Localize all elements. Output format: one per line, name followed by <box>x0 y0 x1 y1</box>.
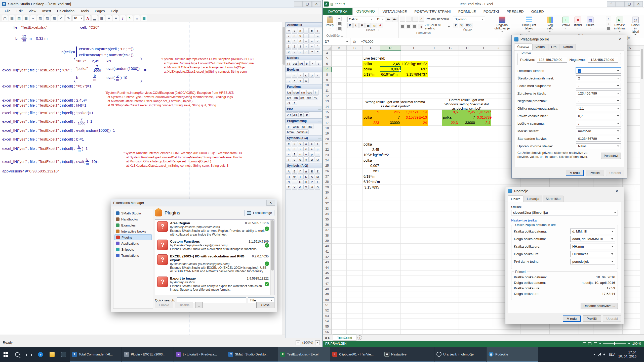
indent-icon[interactable]: ⇥ <box>418 24 423 29</box>
palette-header[interactable]: Functions— <box>286 84 322 89</box>
minimize-button[interactable]: — <box>616 1 625 7</box>
palette-button[interactable]: Ρ <box>309 179 314 184</box>
palette-button[interactable]: φ <box>298 157 303 162</box>
row-header-27[interactable]: 27 <box>323 174 332 179</box>
palette-button[interactable]: := <box>309 49 314 54</box>
math-expression[interactable]: b:=1238 m = 0,32 m <box>15 34 48 42</box>
nav-examples[interactable]: Examples <box>114 222 152 228</box>
format-dialog-titlebar[interactable]: Prilagajanje oblike ✕ <box>512 35 627 43</box>
palette-button[interactable]: break <box>286 129 295 134</box>
format-as-table-button[interactable]: Oblikuj kot tabelo <box>517 16 541 33</box>
palette-button[interactable]: 3 <box>298 44 303 49</box>
align-bottom-icon[interactable] <box>412 17 418 22</box>
grid-button[interactable]: ▦ <box>141 15 147 21</box>
tab-ogled[interactable]: OGLED <box>528 8 548 15</box>
disable-button[interactable]: Disable <box>175 302 193 308</box>
close-button[interactable]: ✕ <box>634 1 643 7</box>
palette-button[interactable]: ≠ <box>315 73 320 78</box>
column-header-T[interactable]: T <box>637 46 640 51</box>
palette-button[interactable]: Κ <box>303 174 309 179</box>
palette-button[interactable]: ≤ <box>303 73 309 78</box>
palette-button[interactable]: π <box>303 152 309 157</box>
open-button[interactable]: ▤ <box>9 15 15 21</box>
align-left-icon[interactable] <box>400 24 405 29</box>
row-header-14[interactable]: 14 <box>323 104 332 109</box>
row-header-39[interactable]: 39 <box>323 238 332 244</box>
palette-button[interactable]: Χ <box>303 185 309 190</box>
cell-G15[interactable]: 0,5 <box>442 110 459 115</box>
palette-button[interactable]: Μ <box>315 174 320 179</box>
row-header-40[interactable]: 40 <box>323 244 332 249</box>
cell-D6[interactable]: 2,45 <box>380 61 401 67</box>
palette-button[interactable]: for <box>301 124 306 129</box>
palette-button[interactable]: ο <box>298 152 303 157</box>
palette-header[interactable]: Symbols (Α-Ω)— <box>286 163 322 168</box>
taskbar-clipboard01-irfanvie[interactable]: Clipboard01 - IrfanVie... <box>330 347 382 362</box>
row-header-43[interactable]: 43 <box>323 260 332 265</box>
math-expression[interactable]: excel_IN("yes" ; file ; "TestExcel1" ; "… <box>2 58 146 82</box>
collapse-icon[interactable]: — <box>318 137 321 140</box>
palette-button[interactable]: τ <box>286 157 291 162</box>
combo-dolga-oblika-ure[interactable]: HH:mm:ss <box>570 251 615 257</box>
bold-button[interactable]: K <box>347 23 353 28</box>
palette-header[interactable]: Boolean— <box>286 67 322 72</box>
palette-button[interactable]: i <box>303 28 309 33</box>
palette-button[interactable]: γ <box>298 141 303 146</box>
row-header-18[interactable]: 18 <box>323 126 332 131</box>
row-header-9[interactable]: 9 <box>323 77 332 83</box>
math-expression[interactable]: cell:="C20" <box>80 25 99 30</box>
math-expression[interactable]: excel_IN("yes" ; file ; "TestExcel1" ; i… <box>2 84 92 88</box>
cell-C21[interactable]: polka <box>363 142 380 147</box>
palette-button[interactable]: 8 <box>292 33 297 38</box>
tab-lokacija[interactable]: Lokacija <box>524 196 542 202</box>
cell-H16[interactable]: 7 <box>459 115 476 120</box>
save-button[interactable]: ▥ <box>16 15 22 21</box>
row-header-7[interactable]: 7 <box>323 67 332 72</box>
cell-E15[interactable]: 1,41421E+14 <box>401 110 428 115</box>
collapse-icon[interactable]: — <box>318 57 321 59</box>
sort-filter-button[interactable]: A↓ Razvrsti in filtriraj <box>612 16 628 33</box>
palette-button[interactable]: × <box>303 44 309 49</box>
select-all-corner[interactable] <box>323 46 332 51</box>
menu-help[interactable]: Help <box>108 8 121 14</box>
font-color-icon[interactable]: A <box>378 23 383 28</box>
frame-button[interactable]: ▦ <box>99 15 105 21</box>
cut-icon[interactable]: ✂ <box>337 17 342 21</box>
palette-button[interactable]: Η <box>286 174 291 179</box>
row-header-49[interactable]: 49 <box>323 292 332 297</box>
combo-prikaz-vodilnih-ni-el[interactable]: 0,7 <box>576 113 621 119</box>
palette-button[interactable]: ∞ <box>286 28 291 33</box>
row-header-42[interactable]: 42 <box>323 254 332 260</box>
row-header-37[interactable]: 37 <box>323 228 332 233</box>
paste-button[interactable]: Prilepi <box>324 16 336 29</box>
insert-function-icon[interactable]: fx <box>350 38 359 45</box>
palette-button[interactable]: 2D <box>286 112 292 117</box>
nav-interactive-books[interactable]: Interactive books <box>114 228 152 234</box>
number-button-[interactable]: % <box>459 23 464 28</box>
row-header-41[interactable]: 41 <box>323 249 332 254</box>
taskbar-total-commander-x6[interactable]: Total Commander (x6... <box>70 347 122 362</box>
fill-icon[interactable]: ↓ <box>606 22 611 26</box>
palette-button[interactable]: cot <box>299 95 305 100</box>
settings-button[interactable]: ☼ <box>134 15 140 21</box>
orientation-icon[interactable]: ⟋ <box>419 17 424 22</box>
cell-C13[interactable]: Wrong result I got with "decimal comma a… <box>363 99 428 110</box>
font-size-combo[interactable]: 10 <box>72 16 84 21</box>
plugin-list-scrollbar[interactable] <box>270 220 274 295</box>
row-header-50[interactable]: 50 <box>323 297 332 303</box>
cell-styles-button[interactable]: Slogi celic <box>542 16 558 33</box>
row-header-38[interactable]: 38 <box>323 233 332 238</box>
palette-button[interactable]: ← <box>315 33 320 38</box>
combo-kratka-oblika-ure[interactable]: HH:mm <box>570 244 615 249</box>
palette-button[interactable]: κ <box>303 147 309 151</box>
palette-header[interactable]: Symbols (α-ω)— <box>286 135 322 141</box>
palette-button[interactable]: ! <box>315 28 320 33</box>
zoom-out-button[interactable]: − <box>296 340 300 345</box>
column-header-D[interactable]: D <box>380 46 401 51</box>
palette-button[interactable]: |A| <box>298 61 304 66</box>
palette-button[interactable]: Ξ <box>292 179 297 184</box>
language-indicator[interactable]: SLV <box>609 353 615 356</box>
palette-button[interactable]: 0 <box>286 49 291 54</box>
save-icon[interactable]: ▥ <box>330 2 333 6</box>
combo-merski-sistem[interactable]: metričen <box>576 128 621 134</box>
